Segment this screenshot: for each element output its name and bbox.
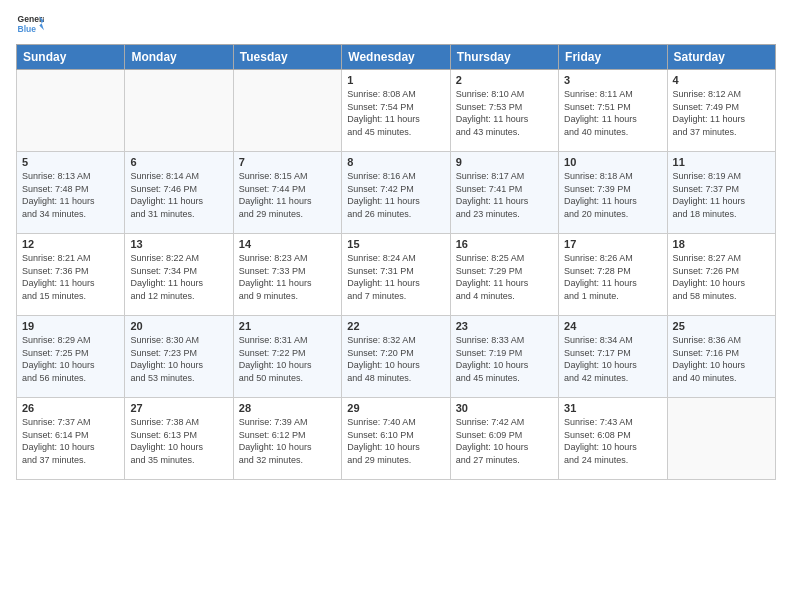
header: General Blue: [16, 10, 776, 38]
weekday-header-row: SundayMondayTuesdayWednesdayThursdayFrid…: [17, 45, 776, 70]
day-cell: [667, 398, 775, 480]
week-row-3: 12Sunrise: 8:21 AM Sunset: 7:36 PM Dayli…: [17, 234, 776, 316]
day-number: 27: [130, 402, 227, 414]
day-info: Sunrise: 8:23 AM Sunset: 7:33 PM Dayligh…: [239, 252, 336, 302]
day-cell: 13Sunrise: 8:22 AM Sunset: 7:34 PM Dayli…: [125, 234, 233, 316]
weekday-header-saturday: Saturday: [667, 45, 775, 70]
day-cell: 26Sunrise: 7:37 AM Sunset: 6:14 PM Dayli…: [17, 398, 125, 480]
day-number: 5: [22, 156, 119, 168]
week-row-4: 19Sunrise: 8:29 AM Sunset: 7:25 PM Dayli…: [17, 316, 776, 398]
day-info: Sunrise: 8:30 AM Sunset: 7:23 PM Dayligh…: [130, 334, 227, 384]
day-number: 14: [239, 238, 336, 250]
day-cell: 6Sunrise: 8:14 AM Sunset: 7:46 PM Daylig…: [125, 152, 233, 234]
logo-icon: General Blue: [16, 10, 44, 38]
day-number: 16: [456, 238, 553, 250]
day-cell: 19Sunrise: 8:29 AM Sunset: 7:25 PM Dayli…: [17, 316, 125, 398]
day-info: Sunrise: 8:12 AM Sunset: 7:49 PM Dayligh…: [673, 88, 770, 138]
day-info: Sunrise: 8:10 AM Sunset: 7:53 PM Dayligh…: [456, 88, 553, 138]
day-info: Sunrise: 8:26 AM Sunset: 7:28 PM Dayligh…: [564, 252, 661, 302]
day-info: Sunrise: 7:39 AM Sunset: 6:12 PM Dayligh…: [239, 416, 336, 466]
day-cell: 29Sunrise: 7:40 AM Sunset: 6:10 PM Dayli…: [342, 398, 450, 480]
day-info: Sunrise: 8:11 AM Sunset: 7:51 PM Dayligh…: [564, 88, 661, 138]
day-info: Sunrise: 8:08 AM Sunset: 7:54 PM Dayligh…: [347, 88, 444, 138]
day-info: Sunrise: 8:19 AM Sunset: 7:37 PM Dayligh…: [673, 170, 770, 220]
calendar-table: SundayMondayTuesdayWednesdayThursdayFrid…: [16, 44, 776, 480]
day-cell: 24Sunrise: 8:34 AM Sunset: 7:17 PM Dayli…: [559, 316, 667, 398]
day-number: 25: [673, 320, 770, 332]
day-info: Sunrise: 8:32 AM Sunset: 7:20 PM Dayligh…: [347, 334, 444, 384]
day-cell: 12Sunrise: 8:21 AM Sunset: 7:36 PM Dayli…: [17, 234, 125, 316]
day-info: Sunrise: 8:29 AM Sunset: 7:25 PM Dayligh…: [22, 334, 119, 384]
day-cell: 8Sunrise: 8:16 AM Sunset: 7:42 PM Daylig…: [342, 152, 450, 234]
day-cell: [233, 70, 341, 152]
week-row-1: 1Sunrise: 8:08 AM Sunset: 7:54 PM Daylig…: [17, 70, 776, 152]
day-number: 20: [130, 320, 227, 332]
day-cell: 20Sunrise: 8:30 AM Sunset: 7:23 PM Dayli…: [125, 316, 233, 398]
day-number: 11: [673, 156, 770, 168]
day-info: Sunrise: 8:18 AM Sunset: 7:39 PM Dayligh…: [564, 170, 661, 220]
day-cell: 2Sunrise: 8:10 AM Sunset: 7:53 PM Daylig…: [450, 70, 558, 152]
day-number: 29: [347, 402, 444, 414]
day-number: 6: [130, 156, 227, 168]
day-cell: 4Sunrise: 8:12 AM Sunset: 7:49 PM Daylig…: [667, 70, 775, 152]
weekday-header-tuesday: Tuesday: [233, 45, 341, 70]
day-info: Sunrise: 8:25 AM Sunset: 7:29 PM Dayligh…: [456, 252, 553, 302]
day-cell: 1Sunrise: 8:08 AM Sunset: 7:54 PM Daylig…: [342, 70, 450, 152]
weekday-header-wednesday: Wednesday: [342, 45, 450, 70]
day-number: 26: [22, 402, 119, 414]
day-cell: 14Sunrise: 8:23 AM Sunset: 7:33 PM Dayli…: [233, 234, 341, 316]
day-cell: 15Sunrise: 8:24 AM Sunset: 7:31 PM Dayli…: [342, 234, 450, 316]
day-info: Sunrise: 8:34 AM Sunset: 7:17 PM Dayligh…: [564, 334, 661, 384]
day-cell: 18Sunrise: 8:27 AM Sunset: 7:26 PM Dayli…: [667, 234, 775, 316]
weekday-header-thursday: Thursday: [450, 45, 558, 70]
day-cell: 22Sunrise: 8:32 AM Sunset: 7:20 PM Dayli…: [342, 316, 450, 398]
day-cell: 17Sunrise: 8:26 AM Sunset: 7:28 PM Dayli…: [559, 234, 667, 316]
day-cell: 23Sunrise: 8:33 AM Sunset: 7:19 PM Dayli…: [450, 316, 558, 398]
day-info: Sunrise: 8:22 AM Sunset: 7:34 PM Dayligh…: [130, 252, 227, 302]
day-number: 24: [564, 320, 661, 332]
day-number: 9: [456, 156, 553, 168]
day-info: Sunrise: 8:16 AM Sunset: 7:42 PM Dayligh…: [347, 170, 444, 220]
week-row-2: 5Sunrise: 8:13 AM Sunset: 7:48 PM Daylig…: [17, 152, 776, 234]
day-info: Sunrise: 7:37 AM Sunset: 6:14 PM Dayligh…: [22, 416, 119, 466]
day-info: Sunrise: 8:36 AM Sunset: 7:16 PM Dayligh…: [673, 334, 770, 384]
day-number: 13: [130, 238, 227, 250]
logo: General Blue: [16, 10, 46, 38]
day-number: 23: [456, 320, 553, 332]
day-cell: 31Sunrise: 7:43 AM Sunset: 6:08 PM Dayli…: [559, 398, 667, 480]
day-info: Sunrise: 8:15 AM Sunset: 7:44 PM Dayligh…: [239, 170, 336, 220]
day-info: Sunrise: 8:17 AM Sunset: 7:41 PM Dayligh…: [456, 170, 553, 220]
day-number: 28: [239, 402, 336, 414]
svg-text:General: General: [18, 14, 44, 24]
day-cell: 11Sunrise: 8:19 AM Sunset: 7:37 PM Dayli…: [667, 152, 775, 234]
day-number: 15: [347, 238, 444, 250]
day-cell: 9Sunrise: 8:17 AM Sunset: 7:41 PM Daylig…: [450, 152, 558, 234]
day-number: 1: [347, 74, 444, 86]
day-number: 21: [239, 320, 336, 332]
day-cell: 25Sunrise: 8:36 AM Sunset: 7:16 PM Dayli…: [667, 316, 775, 398]
day-number: 3: [564, 74, 661, 86]
day-number: 31: [564, 402, 661, 414]
weekday-header-sunday: Sunday: [17, 45, 125, 70]
day-cell: 3Sunrise: 8:11 AM Sunset: 7:51 PM Daylig…: [559, 70, 667, 152]
day-number: 8: [347, 156, 444, 168]
week-row-5: 26Sunrise: 7:37 AM Sunset: 6:14 PM Dayli…: [17, 398, 776, 480]
weekday-header-friday: Friday: [559, 45, 667, 70]
day-info: Sunrise: 7:43 AM Sunset: 6:08 PM Dayligh…: [564, 416, 661, 466]
page: General Blue SundayMondayTuesdayWednesda…: [0, 0, 792, 612]
day-info: Sunrise: 7:38 AM Sunset: 6:13 PM Dayligh…: [130, 416, 227, 466]
day-info: Sunrise: 7:40 AM Sunset: 6:10 PM Dayligh…: [347, 416, 444, 466]
day-info: Sunrise: 8:31 AM Sunset: 7:22 PM Dayligh…: [239, 334, 336, 384]
day-number: 18: [673, 238, 770, 250]
svg-text:Blue: Blue: [18, 24, 37, 34]
day-number: 19: [22, 320, 119, 332]
day-number: 30: [456, 402, 553, 414]
day-info: Sunrise: 8:24 AM Sunset: 7:31 PM Dayligh…: [347, 252, 444, 302]
day-info: Sunrise: 8:13 AM Sunset: 7:48 PM Dayligh…: [22, 170, 119, 220]
day-cell: 27Sunrise: 7:38 AM Sunset: 6:13 PM Dayli…: [125, 398, 233, 480]
day-info: Sunrise: 8:14 AM Sunset: 7:46 PM Dayligh…: [130, 170, 227, 220]
day-number: 4: [673, 74, 770, 86]
day-cell: 7Sunrise: 8:15 AM Sunset: 7:44 PM Daylig…: [233, 152, 341, 234]
day-info: Sunrise: 8:33 AM Sunset: 7:19 PM Dayligh…: [456, 334, 553, 384]
day-cell: 30Sunrise: 7:42 AM Sunset: 6:09 PM Dayli…: [450, 398, 558, 480]
